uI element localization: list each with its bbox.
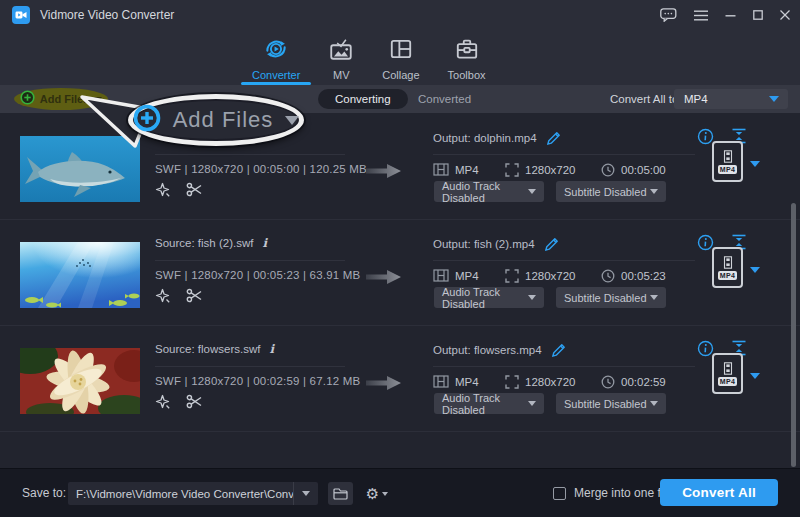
- merge-label: Merge into one file: [574, 486, 673, 500]
- open-folder-button[interactable]: [328, 482, 353, 505]
- chevron-down-icon: [285, 116, 299, 125]
- divider: [433, 366, 695, 367]
- toolbox-icon: [454, 36, 480, 66]
- divider: [155, 260, 345, 261]
- chevron-down-icon: [750, 373, 760, 379]
- source-name: Source: flowsers.swf i: [155, 342, 274, 356]
- divider: [155, 366, 345, 367]
- chevron-down-icon: [302, 491, 310, 496]
- converting-tab[interactable]: Converting: [318, 89, 408, 109]
- audio-track-dropdown[interactable]: Audio Track Disabled: [434, 181, 544, 202]
- cut-button[interactable]: [186, 394, 203, 414]
- output-format-select[interactable]: MP4: [712, 353, 760, 394]
- chevron-down-icon: [769, 96, 779, 102]
- bottom-bar: Save to: F:\Vidmore\Vidmore Video Conver…: [0, 468, 800, 517]
- audio-track-dropdown[interactable]: Audio Track Disabled: [434, 287, 544, 308]
- convert-all-format-select[interactable]: MP4: [674, 89, 788, 109]
- output-name: Output: dolphin.mp4: [433, 130, 560, 145]
- preferences-button[interactable]: ⚙: [360, 482, 394, 505]
- tab-mv[interactable]: MV: [314, 30, 368, 85]
- tab-mv-label: MV: [333, 69, 350, 81]
- subtitle-dropdown[interactable]: Subtitle Disabled: [556, 393, 666, 414]
- tab-toolbox[interactable]: Toolbox: [434, 30, 500, 85]
- edit-effects-button[interactable]: [155, 182, 171, 202]
- main-nav: Converter MV: [0, 30, 800, 85]
- feedback-icon[interactable]: [660, 8, 677, 22]
- format-badge: MP4: [712, 141, 743, 182]
- format-value: MP4: [674, 93, 769, 105]
- app-logo-icon: [12, 6, 30, 24]
- chevron-down-icon: [528, 295, 536, 300]
- save-path-value: F:\Vidmore\Vidmore Video Converter\Conve…: [68, 488, 293, 500]
- chevron-down-icon: [650, 295, 658, 300]
- convert-arrow-icon: [366, 374, 402, 396]
- subtitle-dropdown[interactable]: Subtitle Disabled: [556, 287, 666, 308]
- convert-arrow-icon: [366, 162, 402, 184]
- output-name: Output: fish (2).mp4: [433, 236, 558, 251]
- chevron-down-icon: [750, 161, 760, 167]
- output-resolution: 1280x720: [505, 375, 576, 389]
- output-duration: 00:02:59: [601, 375, 666, 389]
- gear-icon: ⚙: [366, 486, 379, 501]
- save-path-select[interactable]: F:\Vidmore\Vidmore Video Converter\Conve…: [68, 482, 318, 505]
- menu-icon[interactable]: [694, 10, 708, 21]
- converted-tab[interactable]: Converted: [418, 85, 471, 113]
- source-info: SWF | 1280x720 | 00:02:59 | 67.12 MB: [155, 375, 360, 387]
- add-files-callout: Add Files: [128, 94, 304, 146]
- tab-converter-label: Converter: [252, 69, 300, 81]
- subtitle-dropdown[interactable]: Subtitle Disabled: [556, 181, 666, 202]
- video-thumbnail-underwater[interactable]: [20, 242, 140, 308]
- tab-toolbox-label: Toolbox: [448, 69, 486, 81]
- maximize-button[interactable]: [753, 10, 763, 20]
- minimize-button[interactable]: [725, 10, 736, 21]
- tab-converter[interactable]: Converter: [238, 30, 314, 85]
- audio-track-dropdown[interactable]: Audio Track Disabled: [434, 393, 544, 414]
- rename-icon[interactable]: [543, 236, 558, 251]
- plus-circle-icon: [20, 90, 35, 109]
- callout-label: Add Files: [173, 107, 274, 133]
- output-format-select[interactable]: MP4: [712, 141, 760, 182]
- source-info-icon[interactable]: i: [262, 236, 267, 250]
- close-button[interactable]: [780, 10, 790, 20]
- save-to-label: Save to:: [22, 469, 66, 517]
- output-duration: 00:05:00: [601, 163, 666, 177]
- title-bar: Vidmore Video Converter: [0, 0, 800, 30]
- chevron-down-icon: [382, 492, 388, 496]
- vertical-scrollbar[interactable]: [791, 203, 796, 467]
- window-title: Vidmore Video Converter: [40, 0, 174, 30]
- output-format: MP4: [433, 163, 479, 176]
- rename-icon[interactable]: [550, 342, 565, 357]
- source-info: SWF | 1280x720 | 00:05:00 | 120.25 MB: [155, 163, 367, 175]
- tab-collage-label: Collage: [382, 69, 419, 81]
- file-row-flowers: Source: flowsers.swf i SWF | 1280x720 | …: [0, 326, 800, 432]
- convert-arrow-icon: [366, 268, 402, 290]
- merge-checkbox[interactable]: [553, 487, 566, 500]
- chevron-down-icon: [528, 401, 536, 406]
- convert-all-button[interactable]: Convert All: [660, 479, 778, 506]
- divider: [433, 260, 695, 261]
- edit-effects-button[interactable]: [155, 394, 171, 414]
- output-name: Output: flowsers.mp4: [433, 342, 565, 357]
- tab-collage[interactable]: Collage: [368, 30, 433, 85]
- output-format: MP4: [433, 375, 479, 388]
- chevron-down-icon: [650, 189, 658, 194]
- file-row-fish: Source: fish (2).swf i SWF | 1280x720 | …: [0, 220, 800, 326]
- cut-button[interactable]: [186, 288, 203, 308]
- output-format: MP4: [433, 269, 479, 282]
- output-duration: 00:05:23: [601, 269, 666, 283]
- rename-icon[interactable]: [545, 130, 560, 145]
- collage-icon: [388, 36, 414, 66]
- vidmore-video-converter-window: Vidmore Video Converter: [0, 0, 800, 517]
- chevron-down-icon: [750, 267, 760, 273]
- video-thumbnail-flower[interactable]: [20, 348, 140, 414]
- cut-button[interactable]: [186, 182, 203, 202]
- source-info-icon[interactable]: i: [269, 342, 274, 356]
- edit-effects-button[interactable]: [155, 288, 171, 308]
- output-resolution: 1280x720: [505, 269, 576, 283]
- convert-all-to-label: Convert All to:: [610, 85, 682, 113]
- output-format-select[interactable]: MP4: [712, 247, 760, 288]
- converter-icon: [263, 36, 289, 66]
- source-info: SWF | 1280x720 | 00:05:23 | 63.91 MB: [155, 269, 360, 281]
- source-name: Source: fish (2).swf i: [155, 236, 267, 250]
- divider: [433, 154, 695, 155]
